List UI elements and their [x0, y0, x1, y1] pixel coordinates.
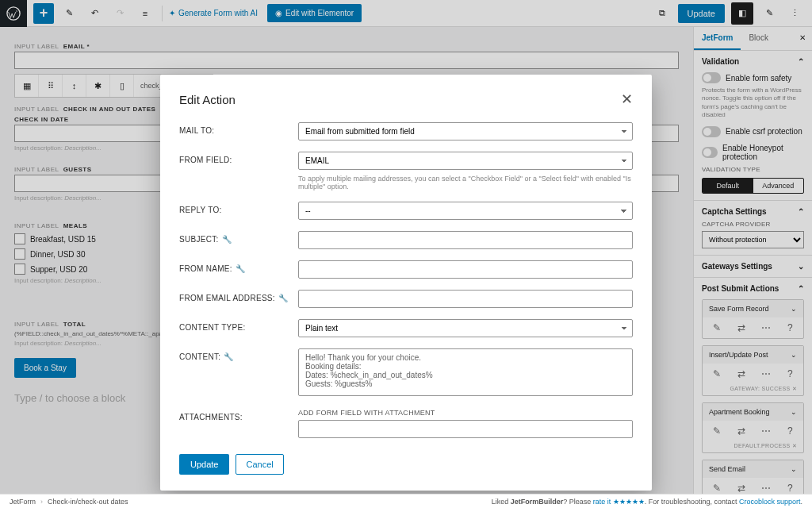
- reply-to-label: REPLY TO:: [179, 202, 298, 214]
- mail-to-select[interactable]: Email from submitted form field: [298, 122, 633, 140]
- from-name-input[interactable]: [298, 260, 633, 279]
- content-textarea[interactable]: [298, 348, 633, 396]
- breadcrumb[interactable]: JetForm: [10, 498, 36, 506]
- from-field-hint: To apply multiple mailing addresses, you…: [298, 175, 633, 190]
- wrench-icon[interactable]: 🔧: [278, 294, 288, 302]
- support-link[interactable]: Crocoblock support: [739, 498, 801, 506]
- modal-close-icon[interactable]: ✕: [621, 90, 633, 108]
- from-field-label: FROM FIELD:: [179, 152, 298, 164]
- wrench-icon[interactable]: 🔧: [222, 235, 232, 244]
- breadcrumb-bar: JetForm › Check-in/check-out dates Liked…: [0, 494, 812, 508]
- from-name-label: FROM NAME:🔧: [179, 260, 298, 273]
- subject-input[interactable]: [298, 231, 633, 249]
- content-type-select[interactable]: Plain text: [298, 319, 633, 337]
- rate-link[interactable]: rate it ★★★★★: [593, 498, 645, 506]
- edit-action-modal: Edit Action ✕ MAIL TO:Email from submitt…: [160, 75, 652, 491]
- modal-cancel-button[interactable]: Cancel: [236, 454, 283, 475]
- wrench-icon[interactable]: 🔧: [224, 352, 233, 361]
- mail-to-label: MAIL TO:: [179, 122, 298, 135]
- reply-to-select[interactable]: --: [298, 202, 633, 220]
- modal-update-button[interactable]: Update: [179, 454, 229, 475]
- wrench-icon[interactable]: 🔧: [236, 264, 245, 273]
- content-type-label: CONTENT TYPE:: [179, 319, 298, 332]
- from-email-label: FROM EMAIL ADDRESS:🔧: [179, 290, 298, 302]
- attachments-input[interactable]: [298, 420, 633, 438]
- attachments-sublabel: ADD FORM FIELD WITH ATTACHMENT: [298, 409, 633, 417]
- attachments-label: ATTACHMENTS:: [179, 409, 298, 421]
- from-email-input[interactable]: [298, 290, 633, 308]
- modal-title: Edit Action: [179, 93, 236, 106]
- from-field-select[interactable]: EMAIL: [298, 152, 633, 170]
- subject-label: SUBJECT:🔧: [179, 231, 298, 244]
- footer-promo: Liked JetFormBuilder? Please rate it ★★★…: [492, 498, 802, 506]
- breadcrumb[interactable]: Check-in/check-out dates: [48, 498, 128, 506]
- content-label: CONTENT:🔧: [179, 348, 298, 361]
- breadcrumb-separator-icon: ›: [40, 498, 43, 506]
